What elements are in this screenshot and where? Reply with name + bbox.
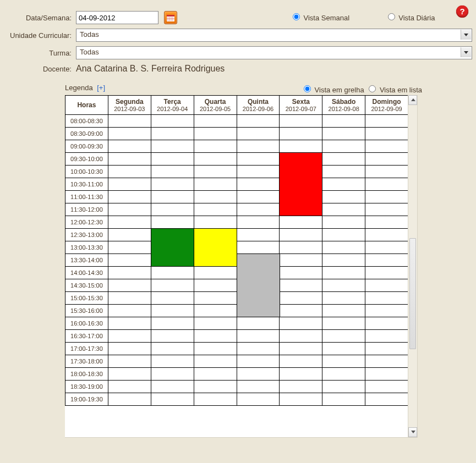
schedule-cell[interactable]: [237, 343, 280, 355]
schedule-cell[interactable]: [108, 267, 151, 279]
help-icon[interactable]: ?: [456, 5, 468, 18]
schedule-cell[interactable]: [151, 393, 194, 406]
schedule-cell[interactable]: [108, 153, 151, 166]
schedule-cell[interactable]: [194, 216, 237, 229]
schedule-cell[interactable]: [322, 368, 365, 381]
schedule-cell[interactable]: [237, 128, 280, 140]
schedule-cell[interactable]: [365, 178, 408, 191]
schedule-cell[interactable]: [237, 355, 280, 368]
schedule-cell[interactable]: [322, 140, 365, 153]
schedule-cell[interactable]: [194, 140, 237, 153]
schedule-cell[interactable]: [322, 292, 365, 305]
schedule-cell[interactable]: [322, 267, 365, 279]
schedule-cell[interactable]: [108, 128, 151, 140]
schedule-cell[interactable]: [194, 330, 237, 343]
schedule-cell[interactable]: [194, 115, 237, 128]
schedule-cell[interactable]: [108, 140, 151, 153]
schedule-cell[interactable]: [365, 317, 408, 330]
schedule-cell[interactable]: [365, 355, 408, 368]
schedule-cell[interactable]: [194, 343, 237, 355]
schedule-cell[interactable]: [151, 305, 194, 317]
schedule-cell[interactable]: [151, 178, 194, 191]
schedule-cell[interactable]: [365, 241, 408, 254]
schedule-cell[interactable]: [151, 355, 194, 368]
schedule-cell[interactable]: [194, 381, 237, 393]
schedule-cell[interactable]: [365, 381, 408, 393]
schedule-cell[interactable]: [322, 305, 365, 317]
schedule-cell[interactable]: [108, 393, 151, 406]
schedule-cell[interactable]: [365, 191, 408, 203]
schedule-cell[interactable]: [280, 267, 322, 279]
schedule-cell[interactable]: [237, 115, 280, 128]
schedule-cell[interactable]: [280, 330, 322, 343]
schedule-cell[interactable]: [322, 241, 365, 254]
schedule-cell[interactable]: [280, 229, 322, 241]
uc-select[interactable]: Todas: [76, 29, 472, 42]
schedule-cell[interactable]: [194, 267, 237, 279]
schedule-cell[interactable]: [237, 153, 280, 166]
schedule-cell[interactable]: [237, 368, 280, 381]
schedule-cell[interactable]: [365, 153, 408, 166]
schedule-cell[interactable]: [237, 393, 280, 406]
schedule-cell[interactable]: [322, 254, 365, 267]
schedule-cell[interactable]: [280, 115, 322, 128]
schedule-cell[interactable]: [365, 140, 408, 153]
schedule-cell[interactable]: [365, 393, 408, 406]
schedule-cell[interactable]: [322, 166, 365, 178]
schedule-cell[interactable]: [151, 292, 194, 305]
schedule-cell[interactable]: [280, 279, 322, 292]
schedule-cell[interactable]: [151, 191, 194, 203]
schedule-cell[interactable]: [151, 381, 194, 393]
schedule-cell[interactable]: [108, 279, 151, 292]
schedule-cell[interactable]: [194, 368, 237, 381]
schedule-cell[interactable]: [322, 153, 365, 166]
schedule-cell[interactable]: [237, 317, 280, 330]
schedule-cell[interactable]: [151, 115, 194, 128]
schedule-cell[interactable]: [237, 216, 280, 229]
date-input[interactable]: [76, 11, 158, 24]
schedule-cell[interactable]: [151, 279, 194, 292]
schedule-cell[interactable]: [365, 254, 408, 267]
schedule-cell[interactable]: [108, 317, 151, 330]
schedule-cell[interactable]: [194, 128, 237, 140]
legend-toggle[interactable]: [+]: [97, 84, 105, 92]
schedule-cell[interactable]: [280, 317, 322, 330]
schedule-cell[interactable]: [237, 191, 280, 203]
schedule-cell[interactable]: [322, 115, 365, 128]
schedule-cell[interactable]: [108, 305, 151, 317]
schedule-cell[interactable]: [108, 166, 151, 178]
schedule-cell[interactable]: [194, 166, 237, 178]
schedule-cell[interactable]: [322, 317, 365, 330]
schedule-cell[interactable]: [322, 128, 365, 140]
schedule-cell[interactable]: [108, 178, 151, 191]
schedule-cell[interactable]: [322, 279, 365, 292]
schedule-cell[interactable]: [237, 229, 280, 241]
schedule-cell[interactable]: [365, 330, 408, 343]
schedule-event[interactable]: [194, 228, 237, 267]
schedule-cell[interactable]: [322, 178, 365, 191]
schedule-cell[interactable]: [322, 229, 365, 241]
schedule-cell[interactable]: [237, 330, 280, 343]
schedule-cell[interactable]: [365, 203, 408, 216]
schedule-cell[interactable]: [194, 355, 237, 368]
schedule-cell[interactable]: [194, 178, 237, 191]
schedule-cell[interactable]: [322, 343, 365, 355]
schedule-cell[interactable]: [108, 241, 151, 254]
schedule-cell[interactable]: [280, 393, 322, 406]
schedule-cell[interactable]: [108, 115, 151, 128]
schedule-cell[interactable]: [108, 343, 151, 355]
schedule-cell[interactable]: [280, 368, 322, 381]
schedule-cell[interactable]: [194, 292, 237, 305]
schedule-cell[interactable]: [365, 128, 408, 140]
radio-view-list[interactable]: Vista em lista: [366, 86, 422, 94]
schedule-cell[interactable]: [194, 317, 237, 330]
schedule-cell[interactable]: [194, 305, 237, 317]
schedule-cell[interactable]: [365, 166, 408, 178]
schedule-cell[interactable]: [237, 178, 280, 191]
schedule-cell[interactable]: [280, 241, 322, 254]
schedule-cell[interactable]: [365, 115, 408, 128]
schedule-cell[interactable]: [365, 216, 408, 229]
schedule-cell[interactable]: [280, 292, 322, 305]
schedule-scroll-area[interactable]: HorasSegunda2012-09-03Terça2012-09-04Qua…: [65, 95, 408, 437]
schedule-cell[interactable]: [280, 355, 322, 368]
